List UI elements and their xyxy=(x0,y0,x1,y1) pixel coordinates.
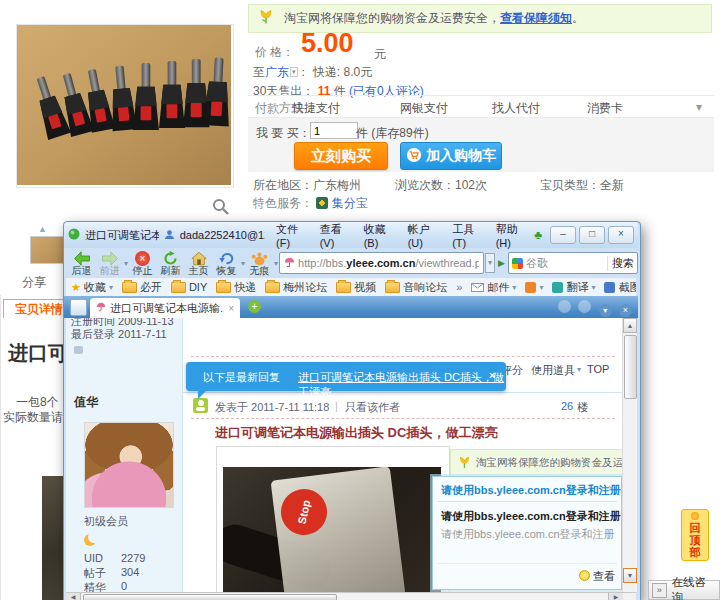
tab-nav-controls: ▾ × xyxy=(554,300,632,317)
pay-method-netbank[interactable]: 网银支付 xyxy=(400,100,448,117)
mini-banner-text: 淘宝网将保障您的购物资金及运费安 xyxy=(476,456,622,470)
mini-protection-banner: 淘宝网将保障您的购物资金及运费安 xyxy=(450,449,622,477)
translate-button[interactable]: 翻译▾ xyxy=(552,280,595,295)
pay-method-card[interactable]: 消费卡 xyxy=(587,100,623,117)
tabs-scroll-right-button[interactable] xyxy=(578,300,591,313)
scroll-down-button[interactable]: ▼ xyxy=(623,568,637,583)
go-button[interactable]: ▶ xyxy=(496,258,507,268)
vertical-scrollbar[interactable]: ▲ ▼ xyxy=(622,318,637,592)
url-text[interactable]: http://bbs.yleee.com.cn/viewthread.php?t… xyxy=(298,257,479,269)
post-photo[interactable]: Stop xyxy=(223,467,441,592)
popup-footer-divider xyxy=(437,563,617,564)
vscroll-thumb[interactable] xyxy=(624,335,637,399)
bookmark-bikai[interactable]: 必开 xyxy=(122,280,162,295)
consult-expand-icon[interactable]: » xyxy=(652,583,667,598)
protection-link[interactable]: 查看保障须知 xyxy=(500,10,572,27)
popup-close-icon[interactable]: × xyxy=(608,482,614,494)
popup-view-link[interactable]: 查看 xyxy=(593,569,615,584)
browser-titlebar[interactable]: 进口可调笔记本电源... dada2252410@126.com 文件(F) 查… xyxy=(64,222,638,248)
forward-history-dropdown-icon[interactable]: ▾ xyxy=(124,259,128,268)
top-link[interactable]: TOP xyxy=(587,363,609,375)
back-button[interactable]: 后退 xyxy=(68,251,95,276)
add-to-cart-button[interactable]: 加入购物车 xyxy=(400,142,502,170)
tabs-scroll-left-button[interactable] xyxy=(558,300,571,313)
views-label: 浏览次数： xyxy=(395,178,455,192)
tab-close-icon[interactable]: × xyxy=(228,303,234,314)
restore-dropdown-icon[interactable]: ▾ xyxy=(241,259,245,268)
url-bar[interactable]: http://bbs.yleee.com.cn/viewthread.php?t… xyxy=(279,252,484,274)
back-to-top-button[interactable]: 回 顶 部 xyxy=(681,509,709,561)
minimize-button[interactable]: – xyxy=(550,226,576,244)
close-button[interactable]: × xyxy=(608,226,634,244)
menu-help[interactable]: 帮助(H) xyxy=(490,222,529,249)
online-consult-bar[interactable]: » 在线咨询 xyxy=(648,580,720,600)
folder-icon xyxy=(336,282,351,293)
scroll-left-button[interactable]: ◀ xyxy=(66,593,81,600)
use-tool-link[interactable]: 使用道具 xyxy=(531,363,575,378)
quantity-input[interactable] xyxy=(310,122,358,139)
forward-button[interactable]: 前进 xyxy=(96,251,123,276)
buy-now-button[interactable]: 立刻购买 xyxy=(294,142,388,170)
skin-button[interactable]: ▾ xyxy=(525,282,543,293)
maximize-button[interactable]: □ xyxy=(579,226,605,244)
product-main-image[interactable] xyxy=(16,24,234,188)
account-email[interactable]: dada2252410@126.com xyxy=(180,229,265,241)
url-history-dropdown-icon[interactable]: ▾ xyxy=(485,253,495,273)
new-tab-button[interactable]: + xyxy=(248,300,261,313)
folder-icon xyxy=(171,282,186,293)
author-username[interactable]: 值华 xyxy=(74,394,98,411)
menu-bookmarks[interactable]: 收藏(B) xyxy=(358,222,397,249)
latest-reply-bubble: 以下是最新回复 进口可调笔记本电源输出插头 DC插头，做工漂亮 × xyxy=(186,362,506,391)
cart-icon xyxy=(406,147,422,166)
shipping-row: 至广东▾： 快递: 8.0元 xyxy=(253,64,372,81)
screenshot-button[interactable]: 截图▾ xyxy=(604,280,636,295)
refresh-button[interactable]: 刷新 xyxy=(157,251,184,276)
share-label[interactable]: 分享 xyxy=(22,274,46,291)
menu-view[interactable]: 查看(V) xyxy=(314,222,353,249)
skin-tree-icon[interactable]: ♣ xyxy=(534,228,542,242)
pay-method-other[interactable]: 找人代付 xyxy=(492,100,540,117)
scroll-up-button[interactable]: ▲ xyxy=(623,318,637,333)
home-button[interactable]: 主页 xyxy=(185,251,212,276)
tabs-close-button[interactable]: × xyxy=(619,304,632,317)
bubble-close-icon[interactable]: × xyxy=(489,369,495,381)
incognito-dropdown-icon[interactable]: ▾ xyxy=(274,259,278,268)
active-tab[interactable]: 进口可调笔记本电源输... × xyxy=(90,298,240,318)
bookmark-audio-forum[interactable]: 音响论坛 xyxy=(385,280,447,295)
jifenbao-link[interactable]: 集分宝 xyxy=(332,196,368,210)
popup-title: 请使用bbs.yleee.com.cn登录和注册 xyxy=(441,483,621,498)
search-button[interactable]: 搜索 xyxy=(607,256,634,271)
bookmark-video[interactable]: 视频 xyxy=(336,280,376,295)
tabs-list-dropdown-button[interactable]: ▾ xyxy=(599,304,612,317)
use-tool-dropdown-icon[interactable]: ▾ xyxy=(577,365,581,374)
bubble-reply-link[interactable]: 进口可调笔记本电源输出插头 DC插头，做工漂亮 xyxy=(298,370,506,400)
bookmark-meizhou-forum[interactable]: 梅州论坛 xyxy=(265,280,327,295)
view-author-only-link[interactable]: 只看该作者 xyxy=(345,400,400,415)
bookmark-kuaidi[interactable]: 快递 xyxy=(216,280,256,295)
hscroll-thumb[interactable] xyxy=(83,594,337,600)
menu-account[interactable]: 帐户(U) xyxy=(402,222,441,249)
pay-method-quickpay[interactable]: 快捷支付 xyxy=(292,100,340,117)
bookmarks-overflow-icon[interactable]: » xyxy=(456,281,462,293)
floor-number[interactable]: 26 xyxy=(561,400,573,412)
product-thumbnail[interactable] xyxy=(30,236,66,264)
ship-region-link[interactable]: 广东 xyxy=(265,65,289,79)
bookmark-diy[interactable]: DIY xyxy=(171,281,207,293)
menu-file[interactable]: 文件(F) xyxy=(270,222,309,249)
tab-list-icon[interactable] xyxy=(70,299,87,316)
menu-tools[interactable]: 工具(T) xyxy=(446,222,485,249)
scroll-right-button[interactable]: ▶ xyxy=(608,593,623,600)
search-engine-label[interactable]: 谷歌 xyxy=(526,256,604,271)
favorites-menu[interactable]: ★收藏▾ xyxy=(71,280,113,295)
pay-expand-icon[interactable]: ▾ xyxy=(696,100,702,114)
restore-button[interactable]: 恢复 xyxy=(213,251,240,276)
author-avatar[interactable] xyxy=(84,422,174,508)
horizontal-scrollbar[interactable]: ◀ ▶ xyxy=(66,592,636,600)
thumb-scroll-up-icon[interactable]: ▲ xyxy=(38,224,47,234)
mail-button[interactable]: 邮件▾ xyxy=(471,280,516,295)
zoom-magnifier-icon[interactable] xyxy=(212,198,230,216)
stop-button[interactable]: ×停止 xyxy=(129,251,156,276)
incognito-button[interactable]: 无痕 xyxy=(246,251,273,276)
region-dropdown-icon[interactable]: ▾ xyxy=(290,67,298,77)
search-box[interactable]: 谷歌 搜索 xyxy=(508,252,638,274)
